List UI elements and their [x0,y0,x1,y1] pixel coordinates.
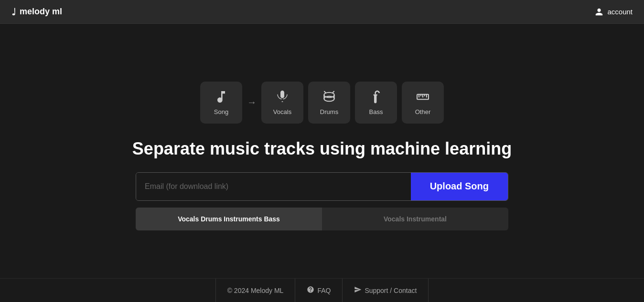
upload-form: Upload Song [136,172,508,201]
main-heading: Separate music tracks using machine lear… [132,139,512,159]
logo-icon: ♩ [11,6,16,18]
drums-card: Drums [308,82,350,124]
vocals-card: Vocals [261,82,303,124]
other-label: Other [415,108,431,115]
account-label: account [607,8,633,16]
main-content: Song → Vocals Drums [0,24,644,278]
account-button[interactable]: account [595,8,633,16]
drums-label: Drums [320,108,338,115]
bass-icon [368,89,384,104]
bass-card: Bass [355,82,397,124]
arrow-icon: → [247,97,257,108]
support-label: Support / Contact [365,287,417,294]
vocals-label: Vocals [273,108,291,115]
send-icon [354,286,362,295]
track-options: Vocals Drums Instruments Bass Vocals Ins… [136,208,508,230]
svg-line-4 [324,91,326,93]
person-icon [595,8,603,16]
question-icon [307,286,314,295]
drum-icon [322,89,337,104]
svg-line-5 [333,91,334,93]
header: ♩ melody ml account [0,0,644,24]
mic-icon [275,89,290,104]
logo-text: melody ml [20,7,62,17]
song-label: Song [214,108,228,115]
song-card: Song [200,82,242,124]
svg-point-3 [324,96,334,102]
faq-label: FAQ [317,287,331,294]
other-card: Other [402,82,444,124]
two-stem-option[interactable]: Vocals Instrumental [322,208,508,230]
copyright-item: © 2024 Melody ML [215,279,296,302]
faq-item[interactable]: FAQ [295,279,343,302]
upload-button[interactable]: Upload Song [411,173,508,200]
four-stem-option[interactable]: Vocals Drums Instruments Bass [136,208,322,230]
support-item[interactable]: Support / Contact [343,279,429,302]
email-input[interactable] [136,173,411,200]
footer: © 2024 Melody ML FAQ Support / Contact [0,278,644,302]
track-diagram: Song → Vocals Drums [200,82,444,124]
logo: ♩ melody ml [11,6,62,18]
bass-label: Bass [369,108,383,115]
ruler-icon [415,89,430,104]
note-icon [214,89,229,104]
copyright-text: © 2024 Melody ML [227,287,284,294]
